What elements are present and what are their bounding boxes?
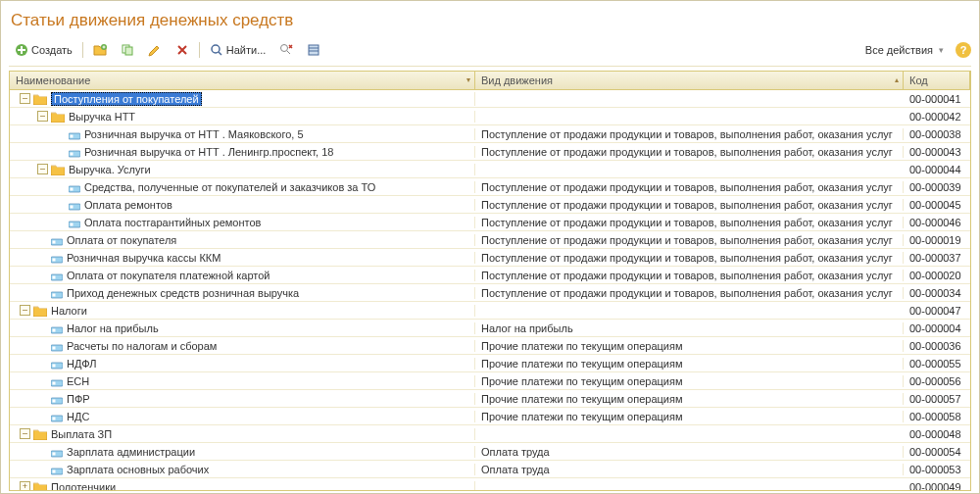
pencil-icon <box>148 43 162 57</box>
item-icon <box>69 201 80 209</box>
column-type[interactable]: Вид движения▴ <box>475 72 904 89</box>
table-row[interactable]: ПФРПрочие платежи по текущим операциям00… <box>10 390 970 408</box>
folder-icon <box>51 164 65 175</box>
row-name: Налог на прибыль <box>67 322 159 334</box>
all-actions-button[interactable]: Все действия <box>859 40 950 60</box>
svg-rect-38 <box>53 452 56 455</box>
table-row[interactable]: Приход денежных средств розничная выручк… <box>10 284 970 302</box>
table-row[interactable]: –Поступления от покупателей00-000041 <box>10 90 970 108</box>
table-row[interactable]: НДФЛПрочие платежи по текущим операциям0… <box>10 355 970 372</box>
row-name: Средства, полученные от покупателей и за… <box>84 181 375 193</box>
table-row[interactable]: Оплата постгарантийных ремонтовПоступлен… <box>10 214 970 231</box>
collapse-toggle[interactable]: – <box>37 164 48 174</box>
svg-rect-10 <box>71 152 74 155</box>
collapse-toggle[interactable]: – <box>20 305 30 316</box>
table-row[interactable]: –Выручка. Услуги00-000044 <box>10 161 970 178</box>
row-code: 00-000042 <box>904 111 970 123</box>
row-type: Поступление от продажи продукции и товар… <box>475 252 904 264</box>
folder-icon <box>51 111 65 123</box>
item-icon <box>51 448 63 456</box>
list-view-button[interactable] <box>301 40 326 60</box>
svg-rect-18 <box>53 240 56 243</box>
toggle-placeholder <box>37 393 48 404</box>
clear-search-button[interactable] <box>273 40 299 60</box>
table-row[interactable]: Средства, полученные от покупателей и за… <box>10 178 970 196</box>
table-row[interactable]: –Выплата ЗП00-000048 <box>10 425 970 443</box>
delete-button[interactable] <box>170 40 195 60</box>
row-name: Зарплата основных рабочих <box>67 464 209 475</box>
row-code: 00-000045 <box>904 199 970 211</box>
separator <box>82 42 83 58</box>
table-row[interactable]: ЕСНПрочие платежи по текущим операциям00… <box>10 372 970 390</box>
tree-grid: Наименование▾ Вид движения▴ Код –Поступл… <box>9 71 971 491</box>
create-button[interactable]: Создать <box>9 40 78 60</box>
collapse-toggle[interactable]: – <box>20 428 30 439</box>
find-button[interactable]: Найти... <box>204 40 272 60</box>
item-icon <box>51 377 63 385</box>
row-code: 00-000054 <box>904 446 970 458</box>
new-folder-button[interactable] <box>87 40 113 60</box>
item-icon <box>51 395 63 403</box>
row-code: 00-000039 <box>904 181 970 193</box>
toggle-placeholder <box>37 446 48 457</box>
svg-rect-20 <box>53 258 56 261</box>
item-icon <box>51 360 63 368</box>
collapse-toggle[interactable]: – <box>37 111 48 122</box>
row-name: Поступления от покупателей <box>51 92 202 106</box>
item-icon <box>51 272 63 279</box>
toggle-placeholder <box>37 287 48 298</box>
column-name[interactable]: Наименование▾ <box>10 72 475 89</box>
edit-button[interactable] <box>142 40 168 60</box>
row-name: ЕСН <box>67 375 89 387</box>
svg-rect-36 <box>53 417 56 420</box>
table-row[interactable]: +Полотенчики00-000049 <box>10 478 970 490</box>
row-code: 00-000058 <box>904 411 970 422</box>
toggle-placeholder <box>37 464 48 474</box>
sort-indicator-icon: ▴ <box>895 75 899 84</box>
row-code: 00-000041 <box>904 93 970 105</box>
item-icon <box>51 413 63 420</box>
row-name: Полотенчики <box>51 481 116 491</box>
item-icon <box>69 219 80 226</box>
svg-rect-12 <box>71 187 74 190</box>
help-button[interactable]: ? <box>956 42 971 58</box>
sort-indicator-icon: ▾ <box>466 75 470 84</box>
table-row[interactable]: Оплата ремонтовПоступление от продажи пр… <box>10 196 970 214</box>
collapse-toggle[interactable]: – <box>20 93 30 104</box>
table-row[interactable]: –Налоги00-000047 <box>10 302 970 320</box>
table-row[interactable]: Оплата от покупателя платежной картойПос… <box>10 267 970 284</box>
row-name: НДС <box>67 411 89 422</box>
svg-rect-28 <box>53 346 56 349</box>
grid-body[interactable]: –Поступления от покупателей00-000041–Выр… <box>10 90 970 490</box>
table-row[interactable]: Налог на прибыльНалог на прибыль00-00000… <box>10 320 970 337</box>
item-icon <box>51 236 63 244</box>
expand-toggle[interactable]: + <box>20 481 30 490</box>
row-code: 00-000043 <box>904 146 970 158</box>
svg-rect-30 <box>53 364 56 367</box>
table-row[interactable]: Зарплата основных рабочихОплата труда00-… <box>10 461 970 478</box>
table-row[interactable]: Зарплата администрацииОплата труда00-000… <box>10 443 970 461</box>
row-type: Поступление от продажи продукции и товар… <box>475 234 904 246</box>
toolbar: Создать Найти... Все действия ? <box>9 38 971 67</box>
row-code: 00-000036 <box>904 340 970 352</box>
table-row[interactable]: НДСПрочие платежи по текущим операциям00… <box>10 408 970 425</box>
copy-button[interactable] <box>115 40 140 60</box>
search-icon <box>210 43 223 57</box>
row-code: 00-000037 <box>904 252 970 264</box>
folder-icon <box>33 305 47 317</box>
row-code: 00-000048 <box>904 428 970 440</box>
table-row[interactable]: Расчеты по налогам и сборамПрочие платеж… <box>10 337 970 355</box>
table-row[interactable]: Розничная выручка от НТТ . Ленингр.просп… <box>10 143 970 161</box>
table-row[interactable]: –Выручка НТТ00-000042 <box>10 108 970 125</box>
row-type: Поступление от продажи продукции и товар… <box>475 146 904 158</box>
svg-rect-14 <box>71 205 74 208</box>
row-code: 00-000044 <box>904 164 970 175</box>
table-row[interactable]: Розничная выручка кассы ККМПоступление о… <box>10 249 970 267</box>
row-code: 00-000038 <box>904 128 970 140</box>
search-clear-icon <box>279 43 293 57</box>
table-row[interactable]: Розничная выручка от НТТ . Маяковского, … <box>10 125 970 143</box>
item-icon <box>51 466 63 473</box>
column-code[interactable]: Код <box>904 72 970 89</box>
table-row[interactable]: Оплата от покупателяПоступление от прода… <box>10 231 970 249</box>
svg-rect-8 <box>71 134 74 137</box>
